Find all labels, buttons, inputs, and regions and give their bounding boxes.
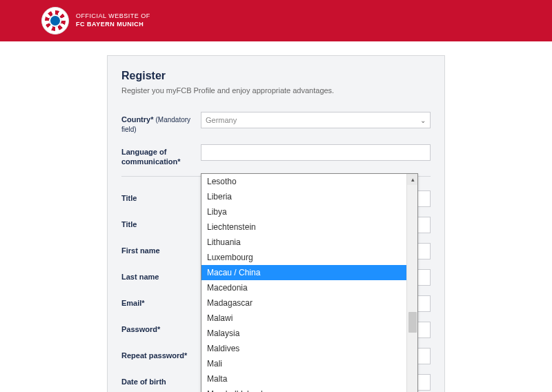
firstname-label: First name: [121, 243, 201, 255]
country-option[interactable]: Libya: [201, 204, 417, 219]
country-value: Germany: [206, 116, 237, 124]
country-select[interactable]: Germany ⌄: [201, 112, 431, 128]
language-label: Language of communication*: [121, 144, 201, 167]
country-option[interactable]: Maldives: [201, 341, 417, 356]
country-option[interactable]: Luxembourg: [201, 250, 417, 265]
logo-line2: FC BAYERN MUNICH: [76, 21, 150, 29]
language-select[interactable]: [201, 144, 431, 161]
logo-line1: OFFICIAL WEBSITE OF: [76, 12, 150, 21]
country-option[interactable]: Madagascar: [201, 295, 417, 311]
scroll-thumb[interactable]: [408, 312, 417, 333]
country-option[interactable]: Liberia: [201, 189, 417, 204]
country-option[interactable]: Malaysia: [201, 326, 417, 341]
club-logo-icon: [41, 7, 69, 35]
lastname-label: Last name: [121, 269, 201, 282]
logo-text: OFFICIAL WEBSITE OF FC BAYERN MUNICH: [76, 12, 150, 28]
dropdown-scrollbar[interactable]: ▴ ▾: [406, 174, 417, 392]
title1-label: Title: [121, 190, 201, 203]
country-option[interactable]: Marshall Islands: [201, 386, 417, 392]
email-label: Email*: [121, 295, 201, 308]
logo-area[interactable]: OFFICIAL WEBSITE OF FC BAYERN MUNICH: [41, 7, 150, 35]
country-label: Country* (Mandatory field): [121, 112, 201, 135]
country-option[interactable]: Lithuania: [201, 235, 417, 250]
page-title: Register: [121, 70, 431, 82]
language-row: Language of communication*: [121, 144, 431, 167]
page-subtitle: Register you myFCB Profile and enjoy app…: [121, 86, 431, 95]
dob-label: Date of birth: [121, 374, 201, 386]
country-dropdown: LesothoLiberiaLibyaLiechtensteinLithuani…: [201, 173, 418, 392]
country-option[interactable]: Liechtenstein: [201, 219, 417, 235]
country-option[interactable]: Malawi: [201, 311, 417, 326]
country-option[interactable]: Mali: [201, 356, 417, 371]
register-panel: Register Register you myFCB Profile and …: [107, 55, 445, 392]
country-row: Country* (Mandatory field) Germany ⌄: [121, 112, 431, 135]
title2-label: Title: [121, 217, 201, 229]
site-header: OFFICIAL WEBSITE OF FC BAYERN MUNICH: [0, 0, 552, 41]
scroll-up-icon[interactable]: ▴: [407, 174, 418, 185]
password-label: Password*: [121, 322, 201, 334]
repeat-label: Repeat password*: [121, 348, 201, 360]
country-option[interactable]: Macedonia: [201, 280, 417, 295]
country-option[interactable]: Macau / China: [201, 265, 417, 280]
chevron-down-icon: ⌄: [420, 117, 426, 124]
country-option[interactable]: Malta: [201, 371, 417, 386]
country-option[interactable]: Lesotho: [201, 174, 417, 189]
